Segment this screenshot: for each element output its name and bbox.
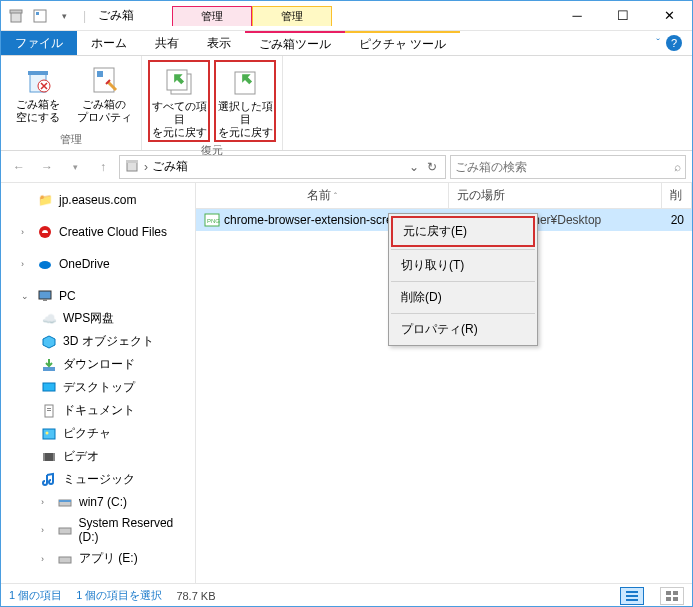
ribbon-group-manage: ごみ箱を 空にする ごみ箱の プロパティ 管理 [1,56,142,150]
search-icon[interactable]: ⌕ [674,160,681,174]
title-bar: ▾ | ごみ箱 管理 管理 ─ ☐ ✕ [1,1,692,31]
minimize-button[interactable]: ─ [554,1,600,30]
tab-view[interactable]: 表示 [193,31,245,55]
back-button[interactable]: ← [7,155,31,179]
quick-access-toolbar: ▾ [1,7,79,25]
qat-properties-icon[interactable] [31,7,49,25]
onedrive-icon [37,256,53,272]
contextual-tab-headers: 管理 管理 [172,6,332,26]
ribbon-body: ごみ箱を 空にする ごみ箱の プロパティ 管理 すべての項目 を元に戻す 選択し… [1,56,692,151]
nav-pictures[interactable]: ピクチャ [1,422,195,445]
restore-selected-items-button[interactable]: 選択した項目 を元に戻す [214,60,276,142]
svg-rect-19 [43,383,55,391]
status-size: 78.7 KB [176,590,215,602]
nav-music[interactable]: ミュージック [1,468,195,491]
svg-rect-38 [673,591,678,595]
maximize-button[interactable]: ☐ [600,1,646,30]
empty-recycle-bin-button[interactable]: ごみ箱を 空にする [7,60,69,131]
nav-3d[interactable]: 3D オブジェクト [1,330,195,353]
pc-icon [37,288,53,304]
svg-rect-13 [126,160,138,163]
nav-desktop[interactable]: デスクトップ [1,376,195,399]
nav-pc[interactable]: ⌄PC [1,285,195,307]
up-button[interactable]: ↑ [91,155,115,179]
svg-rect-30 [59,528,71,534]
recent-dropdown[interactable]: ▾ [63,155,87,179]
pictures-icon [41,426,57,442]
svg-rect-26 [43,453,45,461]
forward-button[interactable]: → [35,155,59,179]
png-file-icon: PNG [204,213,220,227]
nav-documents[interactable]: ドキュメント [1,399,195,422]
refresh-icon[interactable]: ↻ [423,160,441,174]
folder-icon: 📁 [37,192,53,208]
svg-rect-8 [97,71,103,77]
context-menu: 元に戻す(E) 切り取り(T) 削除(D) プロパティ(R) [388,213,538,346]
col-location[interactable]: 元の場所 [449,183,662,208]
ribbon-tab-strip: ファイル ホーム 共有 表示 ごみ箱ツール ピクチャ ツール ˇ ? [1,31,692,56]
ctx-cut[interactable]: 切り取り(T) [391,252,535,279]
file-deleted: 20 [654,213,684,227]
svg-rect-27 [53,453,55,461]
col-deleted[interactable]: 削 [662,183,692,208]
svg-rect-31 [59,557,71,563]
view-details-button[interactable] [620,587,644,605]
nav-sysres[interactable]: ›System Reserved (D:) [1,513,195,547]
svg-point-15 [39,261,51,269]
address-bar[interactable]: › ⌄ ↻ [119,155,446,179]
svg-rect-2 [34,10,46,22]
recycle-bin-icon [124,157,140,176]
tab-picture-tools[interactable]: ピクチャ ツール [345,31,460,55]
restore-all-items-button[interactable]: すべての項目 を元に戻す [148,60,210,142]
recycle-bin-app-icon [7,7,25,25]
svg-rect-17 [43,299,47,301]
tab-home[interactable]: ホーム [77,31,141,55]
nav-ccf[interactable]: ›Creative Cloud Files [1,221,195,243]
nav-videos[interactable]: ビデオ [1,445,195,468]
ctx-restore[interactable]: 元に戻す(E) [391,216,535,247]
cloud-icon: ☁️ [41,311,57,327]
help-icon[interactable]: ? [666,35,682,51]
navigation-pane: 📁jp.easeus.com ›Creative Cloud Files ›On… [1,183,196,583]
ctx-properties[interactable]: プロパティ(R) [391,316,535,343]
videos-icon [41,449,57,465]
ctx-delete[interactable]: 削除(D) [391,284,535,311]
svg-text:PNG: PNG [207,218,220,224]
view-thumbnails-button[interactable] [660,587,684,605]
ctx-separator [391,281,535,282]
ctx-tab-picture-heading: 管理 [252,6,332,26]
tab-recycle-tools[interactable]: ごみ箱ツール [245,31,345,55]
status-bar: 1 個の項目 1 個の項目を選択 78.7 KB [1,583,692,607]
nav-onedrive[interactable]: ›OneDrive [1,253,195,275]
window-controls: ─ ☐ ✕ [554,1,692,30]
drive-icon [57,522,73,538]
svg-rect-16 [39,291,51,299]
status-selected: 1 個の項目を選択 [76,588,162,603]
drive-icon [57,551,73,567]
address-dropdown-icon[interactable]: ⌄ [409,160,419,174]
close-button[interactable]: ✕ [646,1,692,30]
desktop-icon [41,380,57,396]
svg-rect-22 [47,410,51,411]
cloud-icon [37,224,53,240]
nav-downloads[interactable]: ダウンロード [1,353,195,376]
collapse-ribbon-icon[interactable]: ˇ [656,37,660,49]
svg-rect-12 [127,162,137,171]
col-name[interactable]: 名前 ˆ [196,183,449,208]
tab-file[interactable]: ファイル [1,31,77,55]
ctx-separator [391,313,535,314]
svg-rect-40 [673,597,678,601]
drive-icon [57,494,73,510]
search-box[interactable]: ⌕ [450,155,686,179]
nav-wps[interactable]: ☁️WPS网盘 [1,307,195,330]
navigation-bar: ← → ▾ ↑ › ⌄ ↻ ⌕ [1,151,692,183]
window-title: ごみ箱 [90,7,142,24]
nav-win7[interactable]: ›win7 (C:) [1,491,195,513]
qat-dropdown-icon[interactable]: ▾ [55,7,73,25]
address-input[interactable] [152,160,405,174]
nav-jp-easeus[interactable]: 📁jp.easeus.com [1,189,195,211]
nav-apps[interactable]: ›アプリ (E:) [1,547,195,570]
search-input[interactable] [455,160,674,174]
recycle-bin-properties-button[interactable]: ごみ箱の プロパティ [73,60,135,131]
tab-share[interactable]: 共有 [141,31,193,55]
